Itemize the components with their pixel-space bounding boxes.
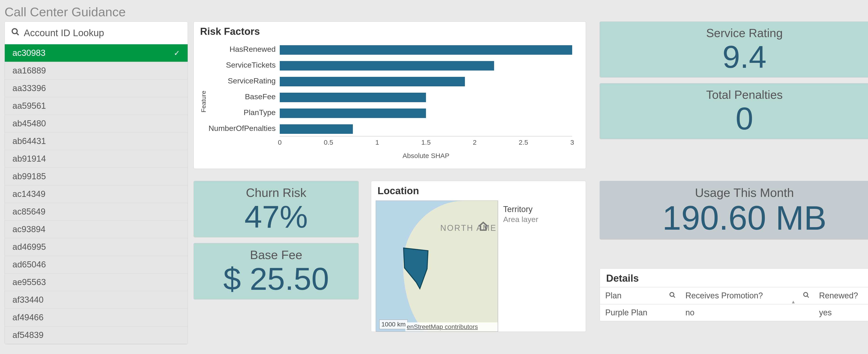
kpi-value: $ 25.50	[223, 263, 329, 295]
account-row[interactable]: ad46995	[5, 238, 188, 256]
account-list: ac30983aa16889aa33396aa59561ab45480ab644…	[5, 44, 188, 344]
col-renewed[interactable]: Renewed?	[814, 287, 868, 304]
col-promo[interactable]: Receives Promotion? ▲	[680, 287, 814, 304]
bar	[280, 61, 494, 71]
bar-label: BaseFee	[207, 92, 280, 101]
bar-row: NumberOfPenalties	[207, 120, 572, 136]
map[interactable]: NORTH AME 1000 km enStreetMap contributo…	[376, 201, 498, 331]
kpi-value: 9.4	[722, 41, 767, 73]
kpi-label: Total Penalties	[706, 88, 783, 102]
account-row[interactable]: aa59561	[5, 97, 188, 115]
account-row[interactable]: ad65046	[5, 256, 188, 274]
search-placeholder: Account ID Lookup	[24, 28, 104, 38]
kpi-value: 190.60 MB	[662, 201, 826, 235]
sort-icon: ▲	[791, 299, 796, 305]
cell-renewed: yes	[814, 304, 868, 321]
cell-plan: Purple Plan	[600, 304, 680, 321]
bar-label: NumberOfPenalties	[207, 124, 280, 133]
details-table: Plan Receives Promotion? ▲ Renewed? Purp…	[600, 287, 868, 321]
location-panel: Location NORTH AME 1000 km enStreetMap c…	[371, 181, 586, 332]
bar-label: PlanType	[207, 108, 280, 117]
kpi-label: Churn Risk	[246, 186, 306, 200]
kpi-total-penalties: Total Penalties 0	[599, 83, 868, 139]
account-row[interactable]: ac14349	[5, 185, 188, 203]
bar-row: BaseFee	[207, 88, 572, 104]
risk-factors-panel: Risk Factors Feature HasRenewedServiceTi…	[193, 22, 586, 169]
bar	[280, 124, 353, 134]
location-title: Location	[371, 181, 586, 198]
bar-row: PlanType	[207, 104, 572, 120]
kpi-churn-risk: Churn Risk 47%	[193, 181, 359, 237]
cell-promo: no	[680, 304, 814, 321]
map-scale: 1000 km	[379, 320, 408, 329]
bar	[280, 93, 426, 102]
bar-row: HasRenewed	[207, 41, 572, 57]
svg-line-3	[673, 296, 675, 298]
svg-point-0	[12, 29, 17, 33]
account-row[interactable]: ac93894	[5, 221, 188, 238]
account-row[interactable]: aa16889	[5, 62, 188, 79]
risk-factors-title: Risk Factors	[194, 22, 586, 39]
bar-label: ServiceRating	[207, 76, 280, 85]
account-row[interactable]: aa33396	[5, 79, 188, 97]
bar	[280, 108, 426, 118]
account-row[interactable]: af33440	[5, 291, 188, 309]
kpi-label: Base Fee	[250, 248, 302, 262]
home-icon[interactable]	[478, 221, 489, 232]
account-lookup-panel: Account ID Lookup ac30983aa16889aa33396a…	[4, 22, 188, 344]
bar-label: HasRenewed	[207, 45, 280, 54]
search-icon	[11, 28, 20, 38]
account-row[interactable]: ac85649	[5, 203, 188, 221]
legend-subtitle: Area layer	[503, 215, 579, 224]
account-row[interactable]: ab45480	[5, 115, 188, 133]
svg-point-4	[804, 292, 808, 296]
kpi-label: Usage This Month	[695, 186, 794, 200]
map-banner: NORTH AME	[439, 223, 498, 233]
kpi-value: 0	[736, 103, 753, 135]
search-icon[interactable]	[803, 291, 810, 300]
details-title: Details	[600, 269, 868, 286]
bar-row: ServiceRating	[207, 73, 572, 88]
svg-point-2	[670, 292, 674, 296]
account-row[interactable]: ab99185	[5, 168, 188, 185]
bar-row: ServiceTickets	[207, 57, 572, 73]
bar	[280, 45, 572, 55]
kpi-base-fee: Base Fee $ 25.50	[193, 243, 359, 299]
map-attribution: enStreetMap contributors	[405, 322, 498, 331]
page-title: Call Center Guidance	[0, 0, 868, 22]
svg-line-5	[807, 296, 809, 298]
kpi-label: Service Rating	[706, 26, 783, 40]
svg-line-1	[17, 33, 19, 35]
account-row[interactable]: ac30983	[5, 44, 188, 62]
table-row[interactable]: Purple Plan no yes	[600, 304, 868, 321]
account-search[interactable]: Account ID Lookup	[5, 22, 188, 44]
chart-ylabel: Feature	[198, 91, 207, 113]
account-row[interactable]: ab91914	[5, 150, 188, 168]
kpi-value: 47%	[244, 201, 308, 233]
account-row[interactable]: ae95563	[5, 274, 188, 291]
search-icon[interactable]	[669, 291, 676, 300]
territory-highlight	[403, 247, 430, 291]
chart-xlabel: Absolute SHAP	[280, 152, 572, 162]
bar	[280, 77, 465, 86]
account-row[interactable]: ab64431	[5, 133, 188, 150]
kpi-usage: Usage This Month 190.60 MB	[599, 181, 868, 240]
account-row[interactable]: af54839	[5, 326, 188, 344]
legend-title: Territory	[503, 205, 579, 214]
account-row[interactable]: af49466	[5, 309, 188, 326]
col-plan[interactable]: Plan	[600, 287, 680, 304]
bar-label: ServiceTickets	[207, 61, 280, 69]
kpi-service-rating: Service Rating 9.4	[599, 22, 868, 77]
risk-bars: HasRenewedServiceTicketsServiceRatingBas…	[207, 41, 572, 162]
details-panel: Details Plan Receives Promotion? ▲ Renew…	[599, 268, 868, 321]
map-legend: Territory Area layer	[498, 201, 584, 331]
